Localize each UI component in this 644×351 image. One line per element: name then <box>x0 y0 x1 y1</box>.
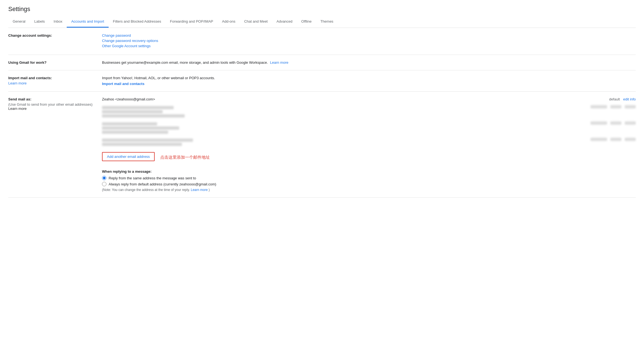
change-account-label: Change account settings: <box>8 33 102 38</box>
primary-email-left: Zeahoo <zeahoooo@gmail.com> <box>102 97 575 101</box>
blurred-action <box>591 138 607 141</box>
blurred-action-sm <box>610 105 621 108</box>
change-account-section: Change account settings: Change password… <box>8 28 636 55</box>
annotation-text: 点击这里添加一个邮件地址 <box>160 155 210 160</box>
blurred-action-sm <box>625 105 636 108</box>
blur-line <box>102 143 182 146</box>
import-mail-label: Import mail and contacts: Learn more <box>8 76 102 85</box>
gmail-work-section: Using Gmail for work? Businesses get you… <box>8 55 636 70</box>
blurred-email-left-1 <box>102 105 575 118</box>
blurred-email-entry-2 <box>102 121 636 134</box>
edit-info-link-primary[interactable]: edit info <box>623 97 636 101</box>
blurred-action-sm <box>610 121 621 125</box>
blurred-email-entry-1 <box>102 105 636 118</box>
send-mail-value: Zeahoo <zeahoooo@gmail.com> default edit… <box>102 97 636 192</box>
reply-same-radio[interactable] <box>102 176 106 180</box>
blurred-email-left-2 <box>102 121 575 134</box>
blurred-actions-1 <box>575 105 636 108</box>
primary-email-actions: default edit info <box>575 97 636 101</box>
send-mail-sublabel: (Use Gmail to send from your other email… <box>8 102 102 107</box>
other-settings-link[interactable]: Other Google Account settings <box>102 44 636 48</box>
blurred-actions-3 <box>575 138 636 141</box>
primary-email-entry: Zeahoo <zeahoooo@gmail.com> default edit… <box>102 97 636 101</box>
blur-line <box>102 106 174 109</box>
blurred-action-sm <box>625 121 636 125</box>
tab-general[interactable]: General <box>8 16 30 28</box>
blurred-action <box>591 121 607 125</box>
blurred-action-sm <box>610 138 621 141</box>
reply-default-label: Always reply from default address (curre… <box>109 182 216 186</box>
primary-email-display: Zeahoo <zeahoooo@gmail.com> <box>102 97 575 101</box>
blur-line <box>102 131 168 134</box>
import-mail-action-link[interactable]: Import mail and contacts <box>102 82 144 86</box>
blurred-action <box>591 105 607 108</box>
add-email-row: Add another email address 点击这里添加一个邮件地址 <box>102 150 636 165</box>
tab-accounts-import[interactable]: Accounts and Import <box>67 16 108 28</box>
reply-same-option[interactable]: Reply from the same address the message … <box>102 176 636 180</box>
send-mail-learn-more[interactable]: Learn more <box>8 107 26 111</box>
reply-same-label: Reply from the same address the message … <box>109 176 196 180</box>
page-header: Settings General Labels Inbox Accounts a… <box>0 0 644 28</box>
tabs-nav: General Labels Inbox Accounts and Import… <box>8 16 636 28</box>
change-password-link[interactable]: Change password <box>102 33 636 38</box>
send-mail-section: Send mail as: (Use Gmail to send from yo… <box>8 92 636 198</box>
blurred-email-entry-3 <box>102 138 636 146</box>
tab-addons[interactable]: Add-ons <box>218 16 240 28</box>
blurred-lines-2 <box>102 122 575 134</box>
gmail-work-text: Businesses get yourname@example.com emai… <box>102 60 268 65</box>
tab-labels[interactable]: Labels <box>30 16 49 28</box>
settings-content: Change account settings: Change password… <box>0 28 644 198</box>
import-description: Import from Yahoo!, Hotmail, AOL, or oth… <box>102 76 636 80</box>
import-mail-value: Import from Yahoo!, Hotmail, AOL, or oth… <box>102 76 636 86</box>
blur-line <box>102 139 193 142</box>
blur-line <box>102 126 179 130</box>
reply-note-prefix: (Note: You can change the address at the… <box>102 188 190 192</box>
tab-filters[interactable]: Filters and Blocked Addresses <box>109 16 166 28</box>
tab-advanced[interactable]: Advanced <box>272 16 297 28</box>
blurred-actions-2 <box>575 121 636 125</box>
reply-note-learn-more[interactable]: Learn more <box>191 188 208 192</box>
tab-forwarding[interactable]: Forwarding and POP/IMAP <box>165 16 218 28</box>
gmail-work-label: Using Gmail for work? <box>8 60 102 65</box>
reply-note-suffix: ) <box>209 188 210 192</box>
tab-chat-meet[interactable]: Chat and Meet <box>240 16 272 28</box>
send-mail-label: Send mail as: (Use Gmail to send from yo… <box>8 97 102 111</box>
blurred-action-sm <box>625 138 636 141</box>
add-email-button[interactable]: Add another email address <box>102 152 155 161</box>
gmail-work-value: Businesses get yourname@example.com emai… <box>102 60 636 65</box>
default-badge: default <box>609 97 620 101</box>
blur-line <box>102 122 157 126</box>
tab-offline[interactable]: Offline <box>297 16 316 28</box>
reply-default-radio[interactable] <box>102 182 106 186</box>
change-account-value: Change password Change password recovery… <box>102 33 636 49</box>
reply-note: (Note: You can change the address at the… <box>102 188 636 192</box>
gmail-work-learn-more[interactable]: Learn more <box>270 60 288 65</box>
tab-inbox[interactable]: Inbox <box>49 16 67 28</box>
blurred-lines-3 <box>102 139 575 146</box>
blurred-email-left-3 <box>102 138 575 146</box>
tab-themes[interactable]: Themes <box>316 16 338 28</box>
blur-line <box>102 114 185 118</box>
change-recovery-link[interactable]: Change password recovery options <box>102 39 636 43</box>
blur-line <box>102 110 163 113</box>
reply-title: When replying to a message: <box>102 169 636 174</box>
import-mail-section: Import mail and contacts: Learn more Imp… <box>8 70 636 92</box>
reply-default-option[interactable]: Always reply from default address (curre… <box>102 182 636 186</box>
reply-section: When replying to a message: Reply from t… <box>102 169 636 192</box>
page-title: Settings <box>8 6 636 13</box>
blurred-lines-1 <box>102 106 575 118</box>
import-learn-more-link[interactable]: Learn more <box>8 81 102 85</box>
